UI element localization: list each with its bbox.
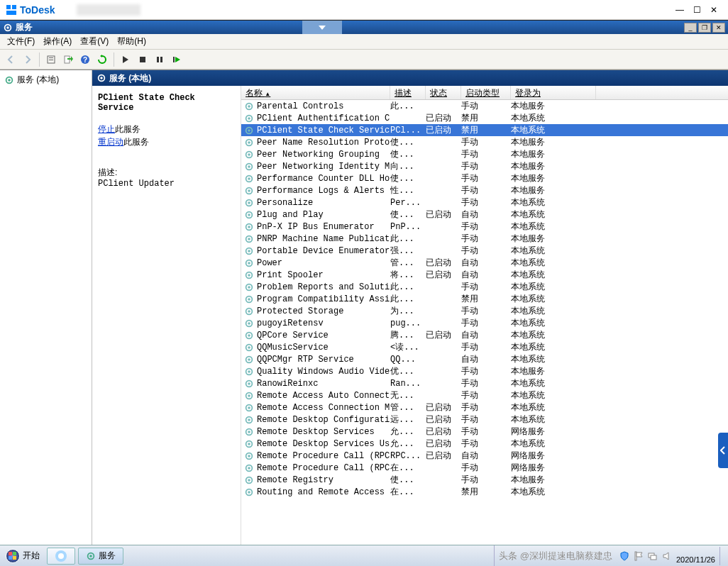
service-row[interactable]: QQPCMgr RTP ServiceQQ...自动本地系统: [241, 353, 728, 365]
service-row[interactable]: pugoyiRetensvpug...手动本地系统: [241, 317, 728, 329]
service-row[interactable]: Plug and Play使...已启动自动本地系统: [241, 209, 728, 221]
show-desktop-button[interactable]: [719, 547, 724, 565]
service-row[interactable]: Remote Access Auto Connectio...无...手动本地系…: [241, 389, 728, 401]
service-row[interactable]: Remote Access Connection Man...管...已启动手动…: [241, 401, 728, 414]
export-button[interactable]: [60, 52, 76, 67]
service-row[interactable]: PNRP Machine Name Publicatio...此...手动本地服…: [241, 233, 728, 245]
mdi-restore-button[interactable]: ❐: [698, 23, 711, 33]
svg-point-54: [248, 310, 250, 313]
service-row[interactable]: Remote Procedure Call (RPC) ...在...手动网络服…: [241, 462, 728, 474]
service-row[interactable]: PClient State Check ServicePCl...已启动禁用本地…: [241, 124, 728, 136]
service-row[interactable]: Print Spooler将...已启动自动本地系统: [241, 269, 728, 281]
svg-rect-86: [13, 552, 16, 555]
dropdown-marker[interactable]: [302, 21, 342, 34]
service-row[interactable]: Peer Networking Identity Man...向...手动本地服…: [241, 160, 728, 172]
task-item-services[interactable]: 服务: [78, 548, 123, 565]
svg-rect-1: [12, 5, 16, 9]
svg-point-26: [248, 141, 250, 144]
col-name[interactable]: 名称 ▲: [241, 86, 390, 99]
service-row[interactable]: Remote Registry使...手动本地服务: [241, 474, 728, 486]
svg-point-38: [248, 213, 250, 216]
svg-point-22: [248, 117, 250, 120]
svg-point-80: [248, 467, 250, 470]
minimize-button[interactable]: —: [671, 1, 688, 18]
service-row[interactable]: Performance Counter DLL Host使...手动本地服务: [241, 172, 728, 184]
network-icon[interactable]: [648, 551, 658, 561]
start-button[interactable]: 开始: [0, 545, 45, 566]
flag-icon[interactable]: [634, 551, 644, 561]
pause-button[interactable]: [152, 52, 167, 67]
col-logon[interactable]: 登录为: [511, 86, 596, 99]
service-row[interactable]: Peer Name Resolution Protocol使...手动本地服务: [241, 136, 728, 148]
service-row[interactable]: Protected Storage为...手动本地系统: [241, 305, 728, 317]
service-row[interactable]: Routing and Remote Access在...禁用本地系统: [241, 486, 728, 498]
clock[interactable]: 2020/11/26: [676, 548, 715, 564]
refresh-button[interactable]: [94, 52, 110, 67]
service-row[interactable]: Power管...已启动自动本地系统: [241, 257, 728, 269]
service-row[interactable]: Program Compatibility Assist...此...禁用本地系…: [241, 293, 728, 305]
service-list: 名称 ▲ 描述 状态 启动类型 登录为 Parental Controls此..…: [241, 86, 728, 550]
service-row[interactable]: Remote Desktop Configuration远...已启动手动本地系…: [241, 414, 728, 426]
service-row[interactable]: Peer Networking Grouping使...手动本地服务: [241, 148, 728, 160]
service-row[interactable]: Remote Desktop Services User...允...已启动手动…: [241, 438, 728, 450]
mdi-close-button[interactable]: ✕: [712, 23, 725, 33]
service-row[interactable]: QQMusicService<读...手动本地系统: [241, 341, 728, 353]
service-row[interactable]: PClient Authentification Client已启动禁用本地系统: [241, 112, 728, 124]
gear-icon: [86, 551, 96, 561]
col-status[interactable]: 状态: [426, 86, 461, 99]
service-row[interactable]: Performance Logs & Alerts性...手动本地服务: [241, 184, 728, 196]
col-startup-type[interactable]: 启动类型: [461, 86, 511, 99]
svg-rect-12: [157, 57, 159, 62]
svg-point-40: [248, 226, 250, 228]
menu-help[interactable]: 帮助(H): [113, 34, 150, 49]
service-row[interactable]: Parental Controls此...手动本地服务: [241, 100, 728, 112]
toolbar: ?: [0, 50, 728, 70]
restart-link[interactable]: 重启动: [98, 137, 123, 147]
service-row[interactable]: PnP-X IP Bus EnumeratorPnP...手动本地系统: [241, 221, 728, 233]
service-row[interactable]: Problem Reports and Solution...此...手动本地系…: [241, 281, 728, 293]
svg-point-84: [248, 491, 250, 494]
properties-button[interactable]: [43, 52, 59, 67]
play-button[interactable]: [118, 52, 133, 67]
stop-link[interactable]: 停止: [98, 124, 115, 134]
menu-file[interactable]: 文件(F): [3, 34, 39, 49]
sound-icon[interactable]: [662, 551, 672, 561]
svg-rect-0: [6, 5, 11, 9]
svg-rect-95: [651, 555, 656, 560]
service-row[interactable]: Quality Windows Audio Video ...优...手动本地服…: [241, 365, 728, 377]
service-row[interactable]: Remote Desktop Services允...已启动手动网络服务: [241, 426, 728, 438]
maximize-button[interactable]: ☐: [688, 1, 705, 18]
stop-button[interactable]: [135, 52, 150, 67]
menu-view[interactable]: 查看(V): [76, 34, 113, 49]
gear-icon: [3, 23, 13, 33]
col-description[interactable]: 描述: [390, 86, 426, 99]
svg-rect-7: [49, 60, 53, 60]
list-rows[interactable]: Parental Controls此...手动本地服务PClient Authe…: [241, 100, 728, 550]
mdi-window-controls: _ ❐ ✕: [683, 23, 725, 33]
restart-button[interactable]: [169, 52, 184, 67]
content-header-text: 服务 (本地): [109, 72, 151, 84]
expand-handle[interactable]: [718, 433, 728, 468]
tree-root-label: 服务 (本地): [17, 74, 59, 86]
content-header: 服务 (本地): [92, 70, 728, 86]
mdi-minimize-button[interactable]: _: [684, 23, 697, 33]
service-row[interactable]: PersonalizePer...手动本地系统: [241, 196, 728, 209]
shield-icon[interactable]: [619, 551, 629, 561]
help-toolbar-button[interactable]: ?: [77, 52, 93, 67]
task-item-todesk[interactable]: [47, 548, 75, 565]
close-button[interactable]: ✕: [705, 1, 722, 18]
service-row[interactable]: RanowiReinxcRan...手动本地系统: [241, 377, 728, 389]
clock-date: 2020/11/26: [676, 555, 715, 564]
tree-root-services[interactable]: 服务 (本地): [3, 73, 89, 87]
todesk-logo: ToDesk: [6, 4, 55, 16]
service-row[interactable]: Portable Device Enumerator S...强...手动本地系…: [241, 245, 728, 257]
service-row[interactable]: QPCore Service腾...已启动自动本地系统: [241, 329, 728, 341]
service-row[interactable]: Remote Procedure Call (RPC)RPC...已启动自动网络…: [241, 450, 728, 462]
blurred-region: [77, 4, 140, 16]
svg-point-30: [248, 165, 250, 168]
svg-point-28: [248, 153, 250, 156]
menu-action[interactable]: 操作(A): [39, 34, 76, 49]
svg-point-42: [248, 238, 250, 240]
mmc-window-title: 服务: [16, 21, 33, 33]
svg-point-72: [248, 418, 250, 421]
